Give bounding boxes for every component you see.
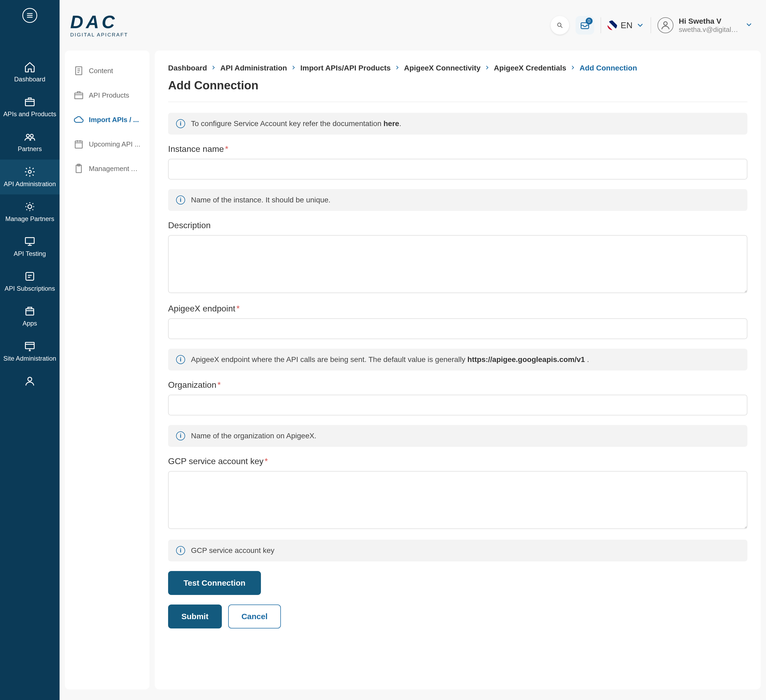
menu-toggle[interactable] (22, 8, 37, 23)
info-box-gcp-key: i GCP service account key (168, 540, 747, 561)
breadcrumb-item[interactable]: ApigeeX Connectivity (404, 64, 481, 72)
sub-nav-label: Content (89, 67, 113, 75)
breadcrumb-item[interactable]: ApigeeX Credentials (494, 64, 566, 72)
sub-nav-label: Import APIs / ... (89, 116, 139, 124)
primary-nav-label: Site Administration (3, 355, 56, 362)
organization-input[interactable] (168, 395, 747, 415)
secondary-sidebar: ContentAPI ProductsImport APIs / ...Upco… (65, 51, 149, 689)
info-icon: i (176, 546, 185, 555)
user-menu[interactable]: Hi Swetha V swetha.v@digitala... (657, 17, 753, 34)
svg-point-4 (28, 204, 32, 209)
flag-uk-icon (608, 21, 617, 30)
sub-nav-label: Management A... (89, 165, 141, 173)
hamburger-icon (26, 12, 33, 19)
description-textarea[interactable] (168, 235, 747, 293)
gear2-icon (24, 201, 36, 212)
divider (601, 17, 601, 33)
gear-icon (24, 166, 36, 177)
chevron-right-icon (291, 64, 296, 72)
info-icon: i (176, 355, 185, 364)
notifications-button[interactable]: 0 (576, 16, 594, 35)
primary-nav-label: Apps (22, 320, 37, 327)
gcp-key-textarea[interactable] (168, 471, 747, 529)
svg-rect-0 (25, 100, 34, 106)
primary-nav-apps[interactable]: Apps (0, 299, 60, 334)
sub-nav-upcoming-api-[interactable]: Upcoming API ... (68, 132, 146, 157)
breadcrumb-item[interactable]: Import APIs/API Products (300, 64, 391, 72)
documentation-link[interactable]: here (383, 119, 399, 128)
brand-tagline: DIGITAL APICRAFT (70, 32, 128, 38)
svg-rect-5 (25, 238, 34, 243)
primary-nav-partners[interactable]: Partners (0, 125, 60, 159)
primary-nav-label: Partners (18, 145, 42, 152)
primary-nav-site-administration[interactable]: Site Administration (0, 334, 60, 369)
primary-nav-label: API Testing (14, 250, 46, 257)
primary-nav-label: Manage Partners (5, 215, 54, 222)
apigeex-endpoint-input[interactable] (168, 318, 747, 339)
monitor-icon (24, 236, 36, 247)
svg-rect-6 (26, 272, 33, 280)
primary-nav-item[interactable] (0, 369, 60, 396)
sub-nav-api-products[interactable]: API Products (68, 83, 146, 108)
person-icon (24, 375, 36, 387)
chevron-down-icon (636, 21, 644, 29)
sub-nav-label: API Products (89, 91, 129, 100)
svg-point-10 (557, 23, 561, 26)
primary-nav-apis-and-products[interactable]: APIs and Products (0, 90, 60, 125)
cancel-button[interactable]: Cancel (228, 605, 281, 629)
primary-nav-api-subscriptions[interactable]: API Subscriptions (0, 264, 60, 299)
submit-button[interactable]: Submit (168, 605, 222, 629)
svg-point-9 (28, 377, 32, 381)
description-label: Description (168, 220, 747, 230)
sub-nav-import-apis-[interactable]: Import APIs / ... (68, 108, 146, 132)
organization-label: Organization* (168, 380, 747, 390)
primary-nav-label: API Subscriptions (5, 285, 55, 292)
primary-nav-label: Dashboard (14, 76, 45, 83)
chevron-right-icon (484, 64, 490, 72)
breadcrumb-item[interactable]: Dashboard (168, 64, 207, 72)
gcp-key-label: GCP service account key* (168, 456, 747, 466)
avatar-icon (657, 17, 673, 33)
sub-nav-management-a-[interactable]: Management A... (68, 157, 146, 181)
doc-icon (73, 65, 84, 76)
language-label: EN (621, 21, 633, 30)
chevron-right-icon (394, 64, 400, 72)
primary-nav-dashboard[interactable]: Dashboard (0, 55, 60, 90)
info-box-top: i To configure Service Account key refer… (168, 113, 747, 135)
notifications-badge: 0 (586, 17, 593, 24)
divider (650, 17, 651, 33)
primary-nav-manage-partners[interactable]: Manage Partners (0, 195, 60, 229)
info-box-endpoint: i ApigeeX endpoint where the API calls a… (168, 349, 747, 371)
sub-nav-content[interactable]: Content (68, 59, 146, 83)
breadcrumb-current: Add Connection (579, 64, 637, 72)
header: DAC DIGITAL APICRAFT 0 EN (60, 0, 766, 51)
svg-rect-8 (25, 342, 34, 349)
info-box-instance: i Name of the instance. It should be uni… (168, 189, 747, 211)
clipboard-icon (73, 163, 84, 174)
svg-rect-15 (75, 141, 82, 148)
cloud-icon (73, 114, 84, 125)
main-content: DashboardAPI AdministrationImport APIs/A… (155, 51, 761, 689)
language-selector[interactable]: EN (608, 21, 644, 30)
svg-rect-7 (26, 309, 33, 315)
test-connection-button[interactable]: Test Connection (168, 571, 261, 595)
breadcrumb-item[interactable]: API Administration (220, 64, 287, 72)
apigeex-endpoint-label: ApigeeX endpoint* (168, 304, 747, 314)
primary-nav-label: APIs and Products (3, 110, 56, 117)
sub-icon (24, 271, 36, 282)
svg-point-12 (663, 22, 667, 25)
search-icon (556, 22, 563, 29)
logo[interactable]: DAC DIGITAL APICRAFT (70, 13, 128, 38)
primary-nav-api-testing[interactable]: API Testing (0, 229, 60, 264)
divider (168, 101, 747, 102)
info-icon: i (176, 431, 185, 440)
primary-nav-api-administration[interactable]: API Administration (0, 160, 60, 195)
page-title: Add Connection (168, 79, 747, 92)
chevron-right-icon (210, 64, 217, 72)
instance-name-input[interactable] (168, 159, 747, 179)
search-button[interactable] (551, 16, 569, 35)
apps-icon (24, 305, 36, 317)
info-icon: i (176, 195, 185, 204)
svg-point-2 (30, 134, 33, 137)
user-email: swetha.v@digitala... (679, 25, 740, 34)
